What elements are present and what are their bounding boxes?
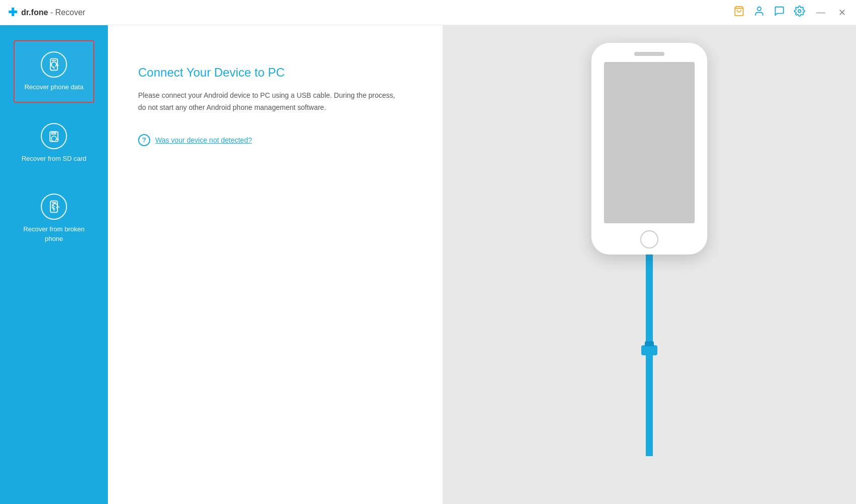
user-icon[interactable] [754, 6, 765, 19]
phone-speaker [634, 52, 664, 56]
not-detected-row: ? Was your device not detected? [138, 134, 412, 146]
sidebar-item-label-sd-card: Recover from SD card [22, 154, 87, 163]
sidebar-item-broken-phone[interactable]: Recover from broken phone [14, 183, 94, 253]
phone-screen [604, 62, 695, 223]
sidebar-item-label-broken-phone: Recover from broken phone [19, 225, 89, 243]
title-bar: ✚ dr.fone - Recover — [0, 0, 856, 25]
minimize-button[interactable]: — [814, 7, 827, 18]
chat-icon[interactable] [774, 6, 785, 19]
right-panel [443, 25, 856, 504]
content-description: Please connect your Android device to PC… [138, 90, 400, 114]
content-heading: Connect Your Device to PC [138, 66, 412, 80]
recover-phone-icon [41, 51, 67, 78]
title-bar-actions: — ✕ [733, 6, 848, 19]
settings-icon[interactable] [794, 6, 805, 19]
app-title: dr.fone - Recover [21, 8, 85, 17]
svg-point-1 [757, 7, 761, 11]
cable-line [646, 255, 653, 345]
broken-phone-icon [41, 194, 67, 220]
phone-home-button [640, 230, 658, 248]
svg-point-2 [798, 10, 801, 13]
not-detected-link[interactable]: Was your device not detected? [155, 136, 252, 144]
app-logo: ✚ dr.fone - Recover [8, 7, 85, 18]
cable-extension [646, 355, 653, 456]
main-area: Recover phone data Recover from SD card [0, 25, 856, 504]
phone-illustration [591, 43, 707, 456]
question-icon: ? [138, 134, 150, 146]
cart-icon[interactable] [733, 6, 745, 19]
usb-connector [641, 345, 657, 355]
phone-body [591, 43, 707, 255]
sidebar-item-recover-phone[interactable]: Recover phone data [14, 40, 94, 103]
sidebar-item-label-recover-phone: Recover phone data [24, 83, 83, 92]
content-pane: Connect Your Device to PC Please connect… [108, 25, 443, 504]
sidebar: Recover phone data Recover from SD card [0, 25, 108, 504]
sd-card-icon [41, 123, 67, 149]
usb-cable [641, 255, 657, 456]
close-button[interactable]: ✕ [836, 7, 848, 18]
sidebar-item-sd-card[interactable]: Recover from SD card [14, 113, 94, 173]
logo-cross-icon: ✚ [8, 7, 17, 18]
